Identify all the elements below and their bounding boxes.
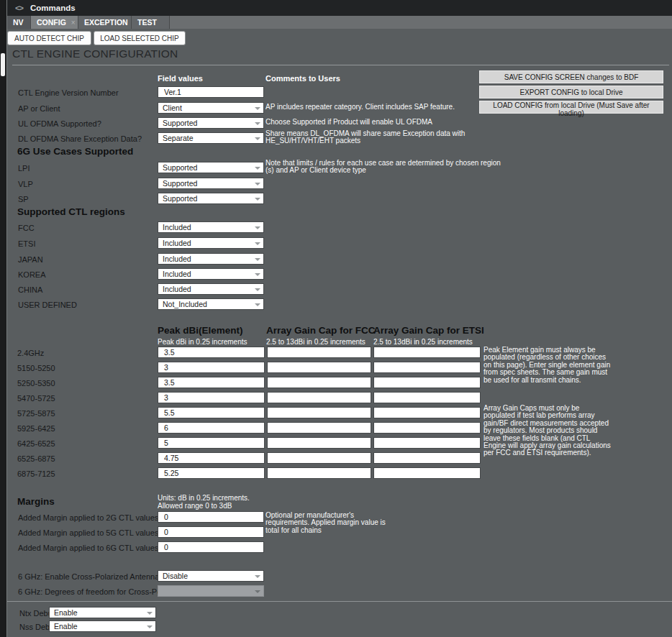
tab-exception[interactable]: EXCEPTION [78, 16, 132, 29]
peak-dbi-input[interactable] [158, 392, 265, 403]
fcc-gain-cap-input[interactable] [267, 422, 371, 434]
auto-detect-chip-button[interactable]: AUTO DETECT CHIP [7, 31, 91, 45]
fcc-gain-cap-input[interactable] [267, 347, 371, 358]
etsi-gain-cap-input[interactable] [373, 467, 481, 479]
etsi-gain-cap-input[interactable] [373, 407, 481, 418]
lpi-select[interactable]: Supported [158, 162, 264, 173]
dl-ofdma-value: Separate [163, 134, 194, 143]
margin-2g-input[interactable] [158, 511, 264, 523]
band-label: 5150-5250 [17, 364, 55, 372]
margin-6g-input[interactable] [158, 541, 264, 553]
tab-config[interactable]: CONFIG× [31, 16, 78, 29]
dropdown-arrow-icon [255, 107, 260, 110]
margin-5g-input[interactable] [158, 526, 264, 538]
scrollbar-thumb[interactable] [1, 53, 5, 76]
peak-dbi-input[interactable] [158, 467, 265, 479]
peak-dbi-input[interactable] [158, 407, 265, 418]
ap-or-client-select[interactable]: Client [158, 102, 264, 114]
sp-select[interactable]: Supported [158, 193, 264, 204]
tab-nv[interactable]: NV [7, 16, 31, 29]
fcc-gain-cap-input[interactable] [267, 437, 371, 449]
tab-test-label: TEST [137, 18, 157, 27]
fcc-label: FCC [18, 224, 35, 232]
fcc-gain-cap-input[interactable] [267, 377, 371, 388]
margins-comment: Optional per manufacturer's requirements… [265, 512, 388, 534]
dl-ofdma-comment: Share means DL_OFDMA will share same Exc… [265, 130, 485, 145]
dl-ofdma-select[interactable]: Separate [158, 132, 264, 144]
dropdown-arrow-icon [255, 590, 260, 593]
korea-select[interactable]: Included [158, 268, 264, 280]
array-gain-note: Array Gain Caps must only be populated i… [483, 405, 612, 457]
etsi-gain-cap-input[interactable] [373, 437, 481, 449]
use-cases-note: Note that limits / rules for each use ca… [265, 160, 510, 175]
fcc-select[interactable]: Included [158, 221, 264, 233]
china-select[interactable]: Included [158, 283, 264, 295]
peak-gain-note: Peak Element gain must always be populat… [483, 347, 612, 384]
fcc-gain-cap-input[interactable] [267, 392, 371, 403]
fcc-gain-cap-input[interactable] [267, 452, 371, 464]
cross-pol-dof-select [158, 585, 264, 597]
fcc-gain-column-title: Array Gain Cap for FCC [266, 325, 376, 336]
fcc-gain-cap-input[interactable] [267, 362, 371, 373]
ul-ofdma-label: UL OFDMA Supported? [18, 119, 101, 128]
japan-select[interactable]: Included [158, 253, 264, 265]
dropdown-arrow-icon [255, 288, 260, 291]
user-defined-value: Not_Included [163, 300, 207, 309]
margins-units-line1: Units: dB in 0.25 increments. [158, 495, 301, 502]
etsi-gain-cap-input[interactable] [373, 392, 481, 403]
commands-window: <> Commands NV CONFIG× EXCEPTION TEST AU… [0, 0, 672, 637]
peak-dbi-input[interactable] [158, 437, 265, 449]
band-label: 6875-7125 [17, 469, 55, 478]
column-header-field-values: Field values [158, 74, 203, 83]
dropdown-arrow-icon [255, 167, 260, 170]
lpi-value: Supported [163, 163, 197, 173]
peak-dbi-column-title: Peak dBi(Element) [158, 325, 243, 336]
sp-label: SP [18, 195, 29, 203]
nss-debug-value: Enable [54, 622, 78, 631]
etsi-gain-cap-input[interactable] [373, 347, 481, 358]
tab-test[interactable]: TEST [132, 16, 170, 29]
peak-dbi-input[interactable] [158, 347, 265, 358]
etsi-select[interactable]: Included [158, 237, 264, 249]
etsi-gain-cap-input[interactable] [373, 377, 481, 388]
page-title: CTL ENGINE CONFIGURATION [12, 47, 178, 60]
titlebar: <> Commands [7, 0, 672, 16]
ap-or-client-comment: AP includes repeater category. Client in… [265, 104, 503, 111]
nss-debug-select[interactable]: Enable [49, 620, 156, 632]
dropdown-arrow-icon [255, 198, 260, 201]
peak-dbi-input[interactable] [158, 422, 265, 434]
dropdown-arrow-icon [255, 242, 260, 245]
fcc-gain-column-subtitle: 2.5 to 13dBi in 0.25 increments [266, 338, 365, 346]
vlp-value: Supported [163, 179, 197, 188]
fcc-gain-cap-input[interactable] [267, 407, 371, 418]
margins-units-line2: Allowed range 0 to 3dB [158, 503, 301, 510]
etsi-gain-cap-input[interactable] [373, 422, 481, 434]
user-defined-select[interactable]: Not_Included [158, 298, 264, 310]
peak-dbi-input[interactable] [158, 362, 265, 373]
etsi-gain-cap-input[interactable] [373, 362, 481, 373]
etsi-gain-cap-input[interactable] [373, 452, 481, 464]
peak-dbi-input[interactable] [158, 377, 265, 388]
fcc-gain-cap-input[interactable] [267, 467, 371, 479]
ntx-debug-select[interactable]: Enable [49, 607, 156, 618]
ntx-debug-value: Enable [54, 608, 78, 618]
ap-or-client-label: AP or Client [18, 104, 60, 113]
ul-ofdma-value: Supported [163, 119, 197, 128]
etsi-label: ETSI [18, 239, 35, 248]
load-config-button[interactable]: LOAD CONFIG from local Drive (Must Save … [479, 101, 663, 114]
ul-ofdma-select[interactable]: Supported [158, 117, 264, 129]
code-icon: <> [15, 4, 23, 12]
dropdown-arrow-icon [255, 226, 260, 229]
close-icon[interactable]: × [71, 19, 76, 27]
band-label: 5250-5350 [17, 379, 55, 388]
load-selected-chip-button[interactable]: LOAD SELECTED CHIP [94, 31, 186, 45]
save-config-button[interactable]: SAVE CONFIG SCREEN changes to BDF [479, 70, 663, 83]
vlp-select[interactable]: Supported [158, 178, 264, 189]
sp-value: Supported [163, 194, 197, 203]
peak-dbi-input[interactable] [158, 452, 265, 464]
china-label: CHINA [18, 285, 42, 294]
dropdown-arrow-icon [255, 122, 260, 125]
version-input[interactable] [158, 86, 264, 98]
export-config-button[interactable]: EXPORT CONFIG to local Drive [479, 86, 663, 98]
cross-pol-enable-select[interactable]: Disable [158, 570, 264, 582]
